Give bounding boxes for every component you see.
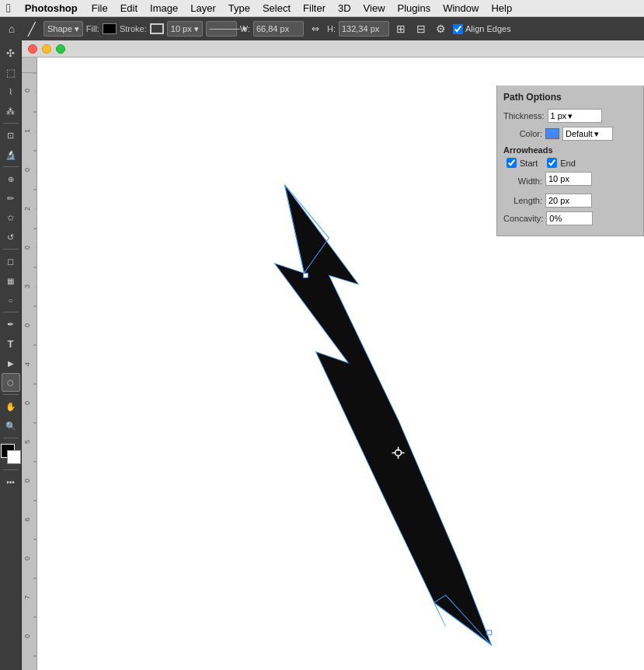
color-dropdown[interactable]: Default ▾ — [562, 127, 613, 141]
window-close-button[interactable] — [28, 44, 37, 54]
tool-lasso[interactable]: ⌇ — [2, 82, 20, 101]
warp-icon[interactable]: ⊟ — [413, 20, 430, 37]
align-icon[interactable]: ⊞ — [392, 20, 409, 37]
shape-dropdown[interactable]: Shape ▾ — [44, 21, 83, 37]
toolbox: ✣ ⬚ ⌇ ⁂ ⊡ 🔬 ⊕ ✏ ✩ ↺ ◻ ▦ ○ ✒ T ▶ ⬡ ✋ 🔍 ••… — [0, 40, 22, 670]
menu-item-image[interactable]: Image — [145, 2, 183, 14]
tool-hand[interactable]: ✋ — [2, 397, 20, 416]
end-checkbox[interactable] — [547, 158, 557, 168]
stroke-label: Stroke: — [120, 24, 147, 33]
align-edges-checkbox[interactable] — [453, 24, 463, 34]
svg-text:5: 5 — [23, 440, 31, 444]
tool-dodge[interactable]: ○ — [2, 291, 20, 309]
end-checkbox-area[interactable]: End — [547, 158, 576, 168]
fill-swatch[interactable] — [103, 23, 117, 34]
menu-item-layer[interactable]: Layer — [186, 2, 221, 14]
menu-item-type[interactable]: Type — [224, 2, 255, 14]
svg-text:0: 0 — [23, 246, 31, 250]
tool-marquee-rect[interactable]: ⬚ — [2, 63, 20, 82]
link-dimensions-icon[interactable]: ⇔ — [307, 20, 324, 37]
tool-brush[interactable]: ✏ — [2, 189, 20, 208]
menu-bar:  Photoshop File Edit Image Layer Type S… — [0, 0, 644, 17]
color-preview-swatch[interactable] — [545, 128, 559, 139]
start-checkbox[interactable] — [506, 158, 517, 168]
apple-logo[interactable]:  — [6, 2, 11, 16]
color-value: Default — [566, 129, 593, 138]
height-label: H: — [327, 24, 336, 33]
tool-pen[interactable]: ✒ — [2, 315, 20, 333]
align-edges-checkbox-area[interactable]: Align Edges — [453, 24, 511, 34]
tool-type[interactable]: T — [2, 334, 20, 353]
tool-history-brush[interactable]: ↺ — [2, 228, 20, 246]
stroke-swatch[interactable] — [150, 23, 164, 34]
tool-clone-stamp[interactable]: ✩ — [2, 208, 20, 227]
menu-item-edit[interactable]: Edit — [116, 2, 142, 14]
tool-gradient[interactable]: ▦ — [2, 271, 20, 290]
color-label: Color: — [503, 129, 542, 138]
menu-item-select[interactable]: Select — [258, 2, 295, 14]
height-input[interactable] — [339, 21, 389, 37]
svg-text:0: 0 — [23, 89, 31, 92]
window-minimize-button[interactable] — [42, 44, 51, 54]
svg-text:3: 3 — [23, 284, 31, 288]
color-chevron-icon: ▾ — [594, 129, 599, 139]
menu-item-filter[interactable]: Filter — [298, 2, 330, 14]
color-row: Default ▾ — [545, 127, 613, 141]
svg-text:6: 6 — [23, 518, 31, 522]
thickness-value: 1 px — [551, 111, 567, 120]
svg-rect-39 — [22, 73, 37, 670]
tool-eyedropper[interactable]: 🔬 — [2, 145, 20, 164]
svg-text:1: 1 — [23, 129, 31, 133]
arrowhead-width-label: Width: — [503, 176, 542, 186]
svg-text:0: 0 — [23, 401, 31, 405]
thickness-label: Thickness: — [503, 111, 545, 120]
settings-icon[interactable]: ⚙ — [433, 20, 450, 37]
tool-extra[interactable]: ••• — [2, 473, 20, 491]
menu-item-3d[interactable]: 3D — [333, 2, 356, 14]
tool-spot-heal[interactable]: ⊕ — [2, 169, 20, 188]
arrowhead-length-label: Length: — [503, 196, 542, 205]
main-area: ✣ ⬚ ⌇ ⁂ ⊡ 🔬 ⊕ ✏ ✩ ↺ ◻ ▦ ○ ✒ T ▶ ⬡ ✋ 🔍 ••… — [0, 40, 644, 670]
menu-item-view[interactable]: View — [359, 2, 390, 14]
arrowhead-width-input[interactable] — [545, 172, 592, 186]
tool-path-select[interactable]: ▶ — [2, 354, 20, 372]
menu-item-plugins[interactable]: Plugins — [393, 2, 436, 14]
thickness-chevron-icon: ▾ — [568, 111, 573, 121]
ruler-vertical: 0 1 0 2 0 3 0 4 0 5 0 6 0 7 0 8 0 — [22, 73, 37, 670]
shape-chevron-icon: ▾ — [75, 24, 79, 34]
tool-move[interactable]: ✣ — [2, 44, 20, 62]
menu-item-photoshop[interactable]: Photoshop — [19, 2, 84, 14]
concavity-input[interactable] — [546, 211, 593, 225]
fill-label: Fill: — [86, 24, 99, 33]
menu-item-window[interactable]: Window — [438, 2, 483, 14]
svg-text:0: 0 — [23, 168, 31, 172]
menu-item-help[interactable]: Help — [486, 2, 517, 14]
svg-text:0: 0 — [23, 634, 31, 638]
start-checkbox-area[interactable]: Start — [506, 158, 538, 168]
tool-eraser[interactable]: ◻ — [2, 252, 20, 270]
thickness-dropdown[interactable]: 1 px ▾ — [548, 109, 602, 123]
tool-magic-wand[interactable]: ⁂ — [2, 102, 20, 120]
tool-zoom[interactable]: 🔍 — [2, 417, 20, 435]
line-tool-icon[interactable]: ╱ — [23, 20, 40, 37]
stroke-size-dropdown[interactable]: 10 px ▾ — [167, 21, 203, 37]
arrowhead-length-input[interactable] — [545, 194, 592, 208]
line-style-icon: ───── — [210, 24, 240, 33]
svg-text:2: 2 — [23, 207, 31, 211]
line-style-dropdown[interactable]: ───── ▾ — [206, 21, 237, 37]
width-input[interactable] — [253, 21, 304, 37]
foreground-background-colors[interactable] — [1, 444, 21, 464]
svg-text:0: 0 — [23, 557, 31, 560]
shape-label: Shape — [47, 24, 72, 33]
tool-crop[interactable]: ⊡ — [2, 126, 20, 145]
svg-text:7: 7 — [23, 595, 31, 599]
path-options-title: Path Options — [503, 92, 637, 103]
arrowheads-section-title: Arrowheads — [503, 145, 637, 155]
start-label: Start — [520, 159, 538, 168]
menu-item-file[interactable]: File — [87, 2, 113, 14]
home-icon[interactable]: ⌂ — [3, 20, 20, 37]
path-options-panel: Path Options Thickness: 1 px ▾ Color: De… — [496, 85, 644, 236]
width-label: W: — [240, 24, 250, 33]
window-maximize-button[interactable] — [56, 44, 65, 54]
tool-shape[interactable]: ⬡ — [2, 373, 20, 392]
